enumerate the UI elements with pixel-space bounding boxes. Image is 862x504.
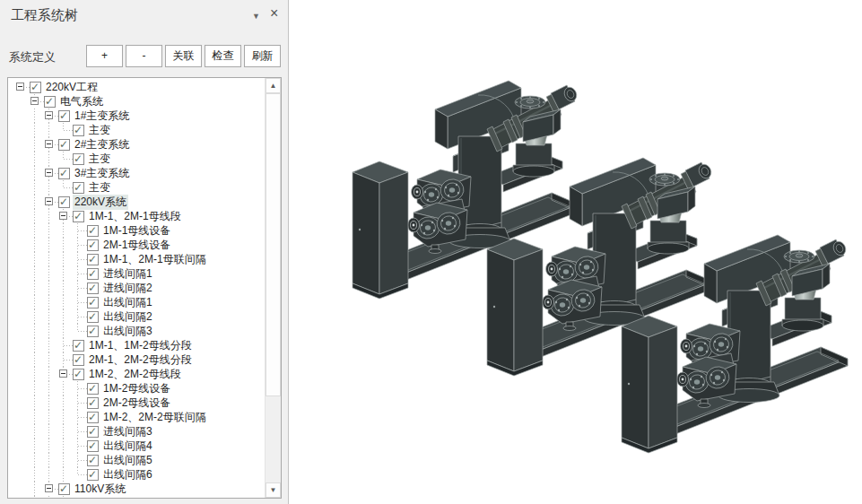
- checkbox-icon[interactable]: [87, 397, 99, 409]
- tree-node-label[interactable]: 1M-1母线设备: [101, 223, 172, 239]
- tree-node[interactable]: 2M-2母线设备: [10, 395, 266, 410]
- checkbox-icon[interactable]: [58, 168, 70, 179]
- tree-node-label[interactable]: 2M-1母线设备: [101, 238, 172, 253]
- tree-node[interactable]: 1M-1、2M-1母联间隔: [10, 252, 266, 266]
- checkbox-icon[interactable]: [73, 125, 84, 136]
- tree-node-label[interactable]: 电气系统: [58, 94, 105, 109]
- tree-node-label[interactable]: 1M-1、2M-1母联间隔: [101, 252, 208, 267]
- toolbar-button-0[interactable]: +: [86, 45, 123, 67]
- tree-node[interactable]: 出线间隔6: [10, 467, 266, 482]
- tree-node-label[interactable]: 1#主变系统: [73, 109, 131, 124]
- checkbox-icon[interactable]: [87, 254, 99, 265]
- close-panel-icon[interactable]: ×: [270, 5, 278, 22]
- tree-node[interactable]: 1M-1、1M-2母线分段: [10, 338, 266, 352]
- tree-node[interactable]: 3#主变系统: [10, 166, 266, 180]
- expander-icon[interactable]: [45, 169, 53, 177]
- expander-icon[interactable]: [45, 111, 53, 119]
- checkbox-icon[interactable]: [44, 96, 56, 108]
- checkbox-icon[interactable]: [73, 182, 84, 194]
- gis-bay-1[interactable]: [353, 81, 579, 299]
- tree-node-label[interactable]: 1M-1、1M-2母线分段: [87, 338, 194, 353]
- gis-bay-3[interactable]: [622, 235, 848, 453]
- tree-node-label[interactable]: 1M-2、2M-2母线段: [87, 367, 183, 382]
- tree-node-label[interactable]: 1M-1、2M-1母线段: [87, 209, 183, 224]
- checkbox-icon[interactable]: [87, 440, 99, 452]
- expander-icon[interactable]: [45, 484, 53, 492]
- expander-icon[interactable]: [16, 83, 24, 91]
- checkbox-icon[interactable]: [87, 225, 99, 237]
- tree-node[interactable]: 1#主变系统: [10, 109, 266, 123]
- tree-node[interactable]: 出线间隔1: [10, 295, 266, 309]
- checkbox-icon[interactable]: [58, 110, 70, 122]
- tree-node-label[interactable]: 进线间隔2: [101, 281, 154, 296]
- tree-node-label[interactable]: 2M-2母线设备: [101, 395, 172, 411]
- tree-node[interactable]: 2M-1、2M-2母线分段: [10, 352, 266, 367]
- tree-node[interactable]: 出线间隔4: [10, 439, 266, 453]
- tree-node[interactable]: 出线间隔5: [10, 453, 266, 467]
- checkbox-icon[interactable]: [73, 354, 84, 366]
- tree-node[interactable]: 进线间隔3: [10, 424, 266, 439]
- tree-node[interactable]: 1M-1、2M-1母线段: [10, 209, 266, 223]
- checkbox-icon[interactable]: [87, 426, 99, 438]
- tree-node-label[interactable]: 1M-2、2M-2母联间隔: [101, 410, 208, 425]
- checkbox-icon[interactable]: [73, 211, 84, 222]
- tree-node-label[interactable]: 主变: [87, 152, 112, 167]
- checkbox-icon[interactable]: [73, 498, 84, 500]
- scroll-down-icon[interactable]: ▼: [266, 482, 281, 498]
- expander-icon[interactable]: [59, 212, 67, 220]
- tree-node-label[interactable]: 主变: [87, 123, 112, 138]
- tree-node[interactable]: 220kV系统: [10, 195, 266, 209]
- checkbox-icon[interactable]: [58, 196, 70, 208]
- checkbox-icon[interactable]: [87, 311, 99, 323]
- tree-node[interactable]: 1M-2、2M-2母线段: [10, 367, 266, 381]
- tree-node-label[interactable]: 220kV系统: [73, 195, 128, 210]
- toolbar-button-4[interactable]: 刷新: [244, 45, 281, 67]
- tree-node-label[interactable]: 进线间隔1: [101, 266, 154, 282]
- tree-scrollbar[interactable]: ▲ ▼: [265, 78, 281, 498]
- checkbox-icon[interactable]: [73, 340, 84, 352]
- checkbox-icon[interactable]: [87, 455, 99, 466]
- tree-node[interactable]: 220kV工程: [10, 80, 266, 94]
- tree-node-label[interactable]: 出线间隔6: [101, 467, 154, 482]
- tree-node-label[interactable]: 出线间隔1: [101, 295, 154, 310]
- toolbar-button-1[interactable]: -: [126, 45, 162, 67]
- scrollbar-thumb[interactable]: [266, 93, 281, 396]
- checkbox-icon[interactable]: [58, 139, 70, 151]
- tree-node-label[interactable]: 2M-1、2M-2母线分段: [87, 352, 194, 368]
- expander-icon[interactable]: [59, 369, 67, 378]
- tree-node[interactable]: 出线间隔3: [10, 324, 266, 338]
- tree-node-label[interactable]: 2#主变系统: [73, 137, 131, 152]
- tree-node-label[interactable]: 出线间隔5: [101, 453, 154, 468]
- tree-node[interactable]: 1M-2母线设备: [10, 381, 266, 395]
- tree-node[interactable]: 进线间隔2: [10, 281, 266, 295]
- checkbox-icon[interactable]: [87, 282, 99, 294]
- expander-icon[interactable]: [45, 197, 53, 205]
- collapse-panel-icon[interactable]: ▼: [252, 12, 260, 21]
- tree-node[interactable]: 主变: [10, 123, 266, 137]
- tree-node[interactable]: 2#主变系统: [10, 137, 266, 152]
- tree-node-label[interactable]: 1M-2母线设备: [101, 381, 172, 396]
- tree-node-label[interactable]: 出线间隔2: [101, 309, 154, 325]
- checkbox-icon[interactable]: [87, 412, 99, 423]
- checkbox-icon[interactable]: [73, 153, 84, 165]
- tree-node-label[interactable]: 110kV系统: [73, 482, 127, 497]
- tree-node-label[interactable]: 出线间隔4: [101, 439, 154, 454]
- tree-node-label[interactable]: 1M-1母线段: [87, 496, 147, 500]
- tree-node[interactable]: 2M-1母线设备: [10, 238, 266, 252]
- tree-node-label[interactable]: 主变: [87, 180, 112, 196]
- tree-node[interactable]: 110kV系统: [10, 482, 266, 496]
- toolbar-button-2[interactable]: 关联: [165, 45, 202, 67]
- checkbox-icon[interactable]: [87, 268, 99, 280]
- tree-node[interactable]: 进线间隔1: [10, 266, 266, 281]
- tree-node[interactable]: 主变: [10, 152, 266, 166]
- tree-node[interactable]: 电气系统: [10, 94, 266, 109]
- tree-node[interactable]: 1M-1母线设备: [10, 223, 266, 238]
- checkbox-icon[interactable]: [73, 369, 84, 380]
- checkbox-icon[interactable]: [87, 383, 99, 395]
- checkbox-icon[interactable]: [87, 239, 99, 251]
- checkbox-icon[interactable]: [87, 469, 99, 481]
- tree-node-label[interactable]: 3#主变系统: [73, 166, 131, 181]
- tree-node[interactable]: 1M-1母线段: [10, 496, 266, 499]
- expander-icon[interactable]: [30, 97, 39, 105]
- tree-node[interactable]: 1M-2、2M-2母联间隔: [10, 410, 266, 424]
